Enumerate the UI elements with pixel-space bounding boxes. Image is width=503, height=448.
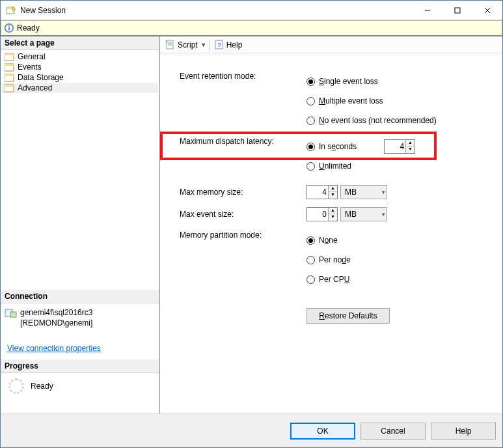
connection-header: Connection bbox=[1, 290, 159, 303]
dispatch-seconds-input[interactable]: ▲▼ bbox=[384, 139, 415, 154]
radio-control[interactable] bbox=[306, 162, 315, 171]
page-icon bbox=[5, 52, 15, 61]
radio-label: No event loss (not recommended) bbox=[319, 116, 437, 125]
radio-label: Per node bbox=[319, 255, 351, 264]
page-label: Advanced bbox=[18, 83, 52, 92]
radio-single-event-loss[interactable]: Single event loss bbox=[306, 72, 437, 91]
partition-label: Memory partition mode: bbox=[180, 231, 306, 289]
toolbar-separator bbox=[209, 39, 210, 51]
svg-text:?: ? bbox=[217, 42, 221, 48]
spin-down[interactable]: ▼ bbox=[329, 214, 337, 221]
max-memory-input[interactable]: ▲▼ bbox=[306, 185, 338, 199]
svg-rect-19 bbox=[10, 312, 16, 317]
max-dispatch-label: Maximum dispatch latency: bbox=[180, 137, 306, 176]
spin-down[interactable]: ▼ bbox=[406, 147, 415, 153]
combo-value: MB bbox=[345, 210, 357, 219]
spin-up[interactable]: ▲ bbox=[329, 186, 337, 192]
sidebar: Select a page General Events Data Storag… bbox=[1, 36, 160, 413]
script-button[interactable]: Script bbox=[163, 40, 200, 50]
spin-up[interactable]: ▲ bbox=[406, 140, 415, 147]
radio-label: Unlimited bbox=[319, 161, 351, 171]
radio-control[interactable] bbox=[306, 117, 315, 125]
radio-label: None bbox=[319, 236, 338, 245]
max-memory-field[interactable] bbox=[307, 188, 328, 197]
page-item-advanced[interactable]: Advanced bbox=[2, 83, 158, 93]
radio-partition-percpu[interactable]: Per CPU bbox=[306, 270, 351, 289]
radio-unlimited[interactable]: Unlimited bbox=[306, 156, 415, 176]
max-event-label: Max event size: bbox=[180, 210, 306, 219]
radio-in-seconds[interactable]: In seconds ▲▼ bbox=[306, 137, 415, 156]
max-memory-label: Max memory size: bbox=[180, 188, 306, 197]
dialog-footer: OK Cancel Help bbox=[1, 413, 502, 447]
radio-control[interactable] bbox=[306, 97, 315, 105]
radio-multiple-event-loss[interactable]: Multiple event loss bbox=[306, 91, 437, 111]
svg-point-8 bbox=[8, 25, 10, 27]
page-icon bbox=[5, 73, 15, 82]
radio-no-event-loss[interactable]: No event loss (not recommended) bbox=[306, 111, 437, 130]
radio-partition-none[interactable]: None bbox=[306, 231, 351, 250]
page-list: General Events Data Storage Advanced bbox=[1, 50, 159, 94]
svg-rect-3 bbox=[455, 8, 460, 13]
content-toolbar: Script ▼ ? Help bbox=[160, 36, 502, 53]
help-button[interactable]: Help bbox=[431, 423, 496, 440]
radio-control[interactable] bbox=[306, 275, 315, 284]
max-event-field[interactable] bbox=[307, 210, 328, 219]
radio-control[interactable] bbox=[306, 143, 315, 151]
main-area: Select a page General Events Data Storag… bbox=[1, 36, 502, 413]
select-page-header: Select a page bbox=[1, 36, 159, 50]
spin-up[interactable]: ▲ bbox=[329, 208, 337, 214]
max-memory-unit-combo[interactable]: MB ▾ bbox=[340, 185, 387, 199]
server-icon bbox=[5, 308, 18, 318]
radio-label: Single event loss bbox=[319, 77, 378, 86]
window-title: New Session bbox=[20, 6, 66, 15]
radio-label: Per CPU bbox=[319, 275, 349, 284]
connection-panel: genemi4f\sql2016rc3 [REDMOND\genemi] Vie… bbox=[1, 303, 159, 359]
status-strip: Ready bbox=[1, 20, 502, 36]
max-event-unit-combo[interactable]: MB ▾ bbox=[340, 207, 387, 221]
dropdown-arrow-icon[interactable]: ▼ bbox=[200, 42, 207, 48]
connection-user: [REDMOND\genemi] bbox=[20, 318, 92, 328]
dispatch-seconds-field[interactable] bbox=[385, 142, 405, 151]
max-event-input[interactable]: ▲▼ bbox=[306, 207, 338, 221]
page-item-general[interactable]: General bbox=[2, 51, 158, 62]
restore-defaults-button[interactable]: Restore Defaults bbox=[306, 308, 390, 324]
chevron-down-icon: ▾ bbox=[382, 211, 385, 217]
radio-control[interactable] bbox=[306, 236, 315, 245]
radio-label: Multiple event loss bbox=[319, 96, 383, 105]
cancel-button[interactable]: Cancel bbox=[360, 423, 426, 440]
form-area: Event retention mode: Single event loss … bbox=[160, 53, 502, 413]
view-connection-link[interactable]: View connection properties bbox=[5, 344, 101, 353]
app-icon bbox=[6, 5, 16, 16]
dialog-window: New Session Ready Select a page bbox=[0, 0, 503, 448]
radio-control[interactable] bbox=[306, 256, 315, 264]
maximize-button[interactable] bbox=[442, 1, 472, 20]
help-icon: ? bbox=[214, 40, 224, 50]
page-item-events[interactable]: Events bbox=[2, 62, 158, 72]
minimize-button[interactable] bbox=[413, 1, 442, 20]
svg-rect-17 bbox=[5, 85, 14, 87]
combo-value: MB bbox=[345, 188, 357, 197]
progress-panel: Ready bbox=[1, 373, 159, 413]
page-icon bbox=[5, 83, 15, 92]
svg-rect-15 bbox=[5, 74, 14, 76]
help-label: Help bbox=[226, 40, 243, 49]
svg-rect-9 bbox=[8, 27, 10, 31]
event-retention-label: Event retention mode: bbox=[180, 72, 306, 130]
radio-partition-pernode[interactable]: Per node bbox=[306, 250, 351, 270]
page-label: General bbox=[18, 52, 46, 61]
progress-header: Progress bbox=[1, 359, 159, 373]
close-button[interactable] bbox=[472, 1, 502, 20]
status-text: Ready bbox=[17, 23, 40, 33]
script-label: Script bbox=[178, 40, 198, 49]
chevron-down-icon: ▾ bbox=[382, 189, 385, 195]
spin-down[interactable]: ▼ bbox=[329, 192, 337, 199]
page-item-datastorage[interactable]: Data Storage bbox=[2, 72, 158, 83]
page-label: Events bbox=[18, 63, 42, 72]
ok-button[interactable]: OK bbox=[290, 423, 355, 440]
page-label: Data Storage bbox=[18, 73, 64, 82]
info-icon bbox=[4, 23, 14, 33]
connection-server: genemi4f\sql2016rc3 bbox=[20, 307, 92, 318]
help-button[interactable]: ? Help bbox=[211, 40, 245, 50]
page-icon bbox=[5, 63, 15, 72]
radio-control[interactable] bbox=[306, 77, 315, 86]
